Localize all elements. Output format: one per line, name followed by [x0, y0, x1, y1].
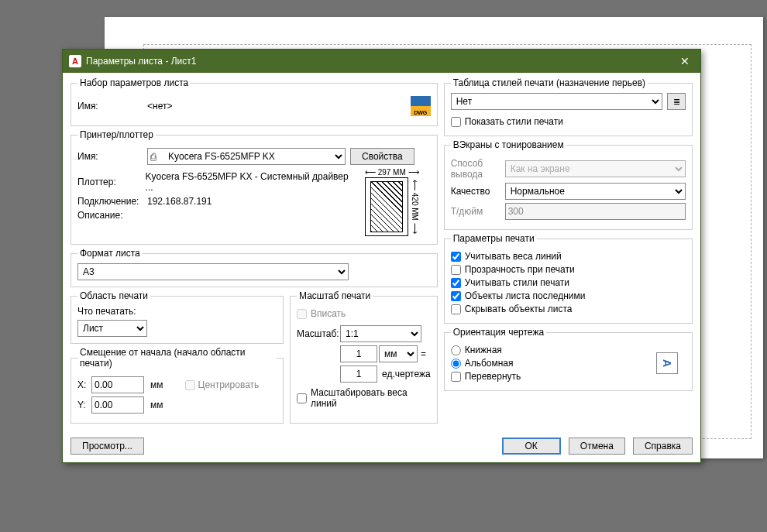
app-icon: A [69, 55, 81, 67]
page-setup-group: Набор параметров листа Имя: <нет> [71, 77, 438, 126]
description-label: Описание: [77, 210, 147, 221]
fit-label: Вписать [311, 308, 346, 319]
printer-name-select[interactable]: Kyocera FS-6525MFP KX [147, 148, 346, 165]
dpi-input [505, 203, 686, 220]
cancel-button[interactable]: Отмена [569, 438, 625, 455]
connection-label: Подключение: [77, 196, 147, 207]
opt-hide-label: Скрывать объекты листа [465, 304, 573, 314]
center-checkbox [185, 380, 195, 390]
scale-legend: Масштаб печати [297, 290, 373, 301]
fit-checkbox [297, 309, 307, 319]
window-title: Параметры листа - Лист1 [86, 56, 669, 67]
plot-style-select[interactable]: Нет [451, 93, 662, 110]
printer-name-label: Имя: [77, 151, 147, 162]
shade-method-label: Способ вывода [451, 158, 505, 180]
opt-hide-checkbox[interactable] [451, 304, 461, 314]
preview-button[interactable]: Просмотр... [71, 438, 144, 455]
plotter-value: Kyocera FS-6525MFP KX - Системный драйве… [146, 171, 353, 193]
orient-landscape-label: Альбомная [465, 358, 514, 369]
scale-lineweights-checkbox[interactable] [297, 393, 307, 403]
orientation-legend: Ориентация чертежа [451, 327, 546, 338]
scale-group: Масштаб печати Вписать Масштаб: 1:1 мм = [290, 290, 438, 424]
paper-preview-height: 420 MM [411, 193, 419, 221]
shaded-viewport-legend: ВЭкраны с тонированием [451, 139, 566, 150]
scale-num-input[interactable] [340, 345, 377, 362]
paper-size-select[interactable]: A3 [77, 263, 349, 280]
table-icon: ≣ [673, 97, 680, 107]
plotter-label: Плоттер: [77, 177, 146, 187]
offset-x-label: X: [77, 379, 91, 390]
shade-quality-label: Качество [451, 186, 505, 197]
scale-den-unit: ед.чертежа [382, 369, 431, 379]
scale-label: Масштаб: [297, 328, 340, 339]
printer-legend: Принтер/плоттер [77, 129, 156, 140]
paper-size-legend: Формат листа [77, 248, 143, 259]
offset-x-input[interactable] [91, 376, 144, 393]
shade-method-select: Как на экране [505, 160, 686, 177]
offset-y-unit: мм [150, 400, 163, 410]
close-button[interactable]: ✕ [669, 50, 700, 73]
opt-transparency-label: Прозрачность при печати [465, 264, 575, 275]
orientation-icon: A [656, 352, 678, 374]
page-setup-name-value: <нет> [147, 101, 172, 112]
dpi-label: Т/дюйм [451, 206, 505, 217]
plot-area-group: Область печати Что печатать: Лист [71, 290, 284, 344]
opt-styles-checkbox[interactable] [451, 278, 461, 288]
scale-lineweights-label: Масштабировать веса линий [311, 387, 431, 409]
show-styles-label: Показать стили печати [465, 116, 563, 127]
orient-portrait-radio[interactable] [451, 345, 461, 355]
offset-legend: Смещение от начала (начало области печат… [77, 347, 277, 369]
scale-select[interactable]: 1:1 [340, 325, 421, 342]
offset-y-label: Y: [77, 400, 91, 410]
page-setup-name-label: Имя: [77, 101, 147, 112]
titlebar: A Параметры листа - Лист1 ✕ [63, 50, 700, 73]
orientation-group: Ориентация чертежа Книжная Альбомная Пер… [444, 327, 693, 391]
ok-button[interactable]: ОК [502, 438, 561, 455]
offset-y-input[interactable] [91, 396, 144, 414]
print-options-group: Параметры печати Учитывать веса линий Пр… [444, 233, 693, 324]
scale-unit-select[interactable]: мм [379, 345, 418, 362]
paper-preview-rect [365, 177, 408, 236]
show-styles-checkbox[interactable] [451, 117, 461, 127]
center-label: Центрировать [198, 379, 260, 390]
paper-size-group: Формат листа A3 [71, 248, 438, 287]
connection-value: 192.168.87.191 [147, 196, 212, 207]
orient-portrait-label: Книжная [465, 345, 502, 355]
orient-upside-checkbox[interactable] [451, 372, 461, 382]
paper-preview-width: 297 MM [378, 168, 406, 177]
orient-landscape-radio[interactable] [451, 359, 461, 369]
opt-paperspace-last-label: Объекты листа последними [465, 290, 586, 301]
plot-style-group: Таблица стилей печати (назначение перьев… [444, 77, 693, 136]
shaded-viewport-group: ВЭкраны с тонированием Способ вывода Как… [444, 139, 693, 230]
print-options-legend: Параметры печати [451, 233, 537, 244]
page-setup-legend: Набор параметров листа [77, 77, 191, 88]
offset-x-unit: мм [150, 379, 163, 390]
page-setup-dialog: A Параметры листа - Лист1 ✕ Набор параме… [62, 49, 701, 463]
plot-area-what-label: Что печатать: [77, 306, 277, 317]
opt-paperspace-last-checkbox[interactable] [451, 291, 461, 301]
orient-upside-label: Перевернуть [465, 371, 521, 382]
help-button[interactable]: Справка [633, 438, 693, 455]
opt-styles-label: Учитывать стили печати [465, 277, 569, 288]
opt-transparency-checkbox[interactable] [451, 265, 461, 275]
opt-lineweights-checkbox[interactable] [451, 252, 461, 262]
shade-quality-select[interactable]: Нормальное [505, 183, 686, 200]
opt-lineweights-label: Учитывать веса линий [465, 251, 562, 262]
printer-group: Принтер/плоттер Имя: Kyocera FS-6525MFP … [71, 129, 438, 245]
printer-properties-button[interactable]: Свойства [350, 148, 414, 165]
scale-equals: = [421, 348, 426, 359]
dwg-icon [411, 96, 431, 116]
plot-style-legend: Таблица стилей печати (назначение перьев… [451, 77, 648, 88]
offset-group: Смещение от начала (начало области печат… [71, 347, 284, 424]
plot-style-edit-button[interactable]: ≣ [667, 93, 686, 110]
plot-area-select[interactable]: Лист [77, 320, 147, 337]
scale-den-input[interactable] [340, 366, 377, 383]
paper-preview: ⟵ 297 MM ⟶ ⟵ 420 MM ⟶ [353, 168, 431, 238]
plot-area-legend: Область печати [77, 290, 150, 301]
